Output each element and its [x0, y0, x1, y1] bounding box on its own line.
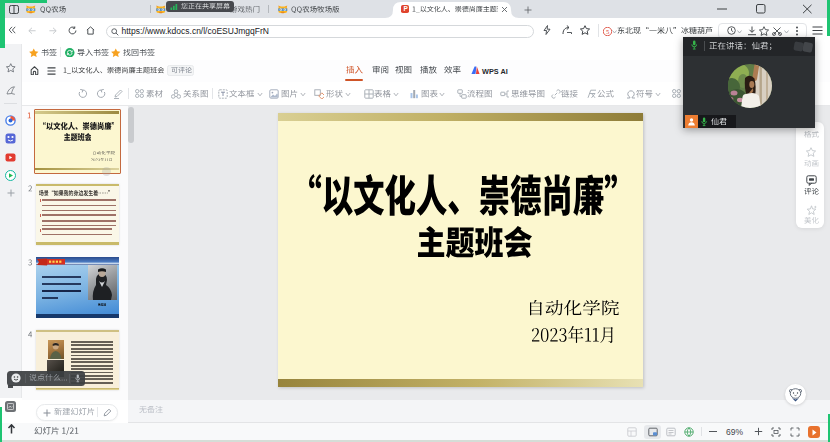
svg-text:5: 5: [606, 27, 609, 34]
